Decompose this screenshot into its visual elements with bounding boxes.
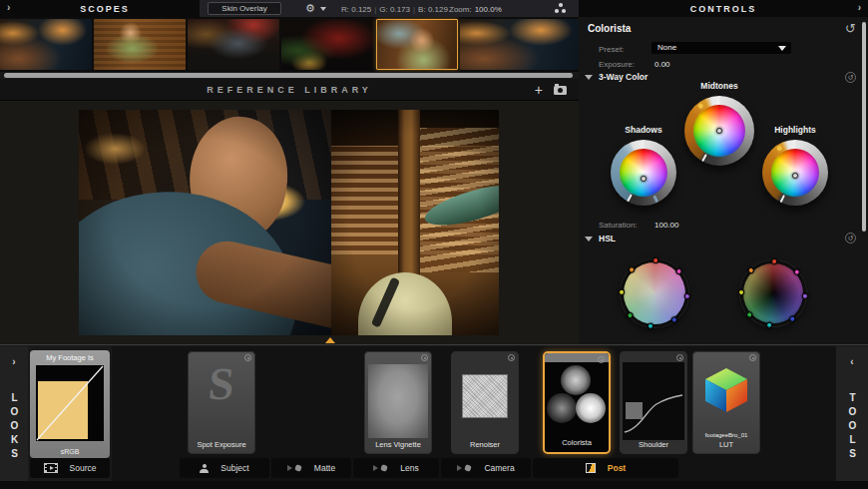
preset-dropdown[interactable]: None [651,42,791,54]
reset-hsl-icon[interactable]: ↺ [845,233,856,244]
saturation-value[interactable]: 100.00 [654,221,678,230]
looks-chevron-icon[interactable]: › [0,356,28,367]
category-post-label: Post [608,463,626,473]
shadows-wheel-label: Shadows [604,125,683,135]
post-split-square-icon [586,463,596,473]
reset-tool-icon[interactable]: ↺ [845,21,856,36]
tool-card-label: Shoulder [620,440,687,449]
scope-nodes-icon[interactable] [555,9,559,13]
shadows-wheel-face[interactable] [620,149,667,197]
source-footage-card[interactable]: My Footage Is sRGB [30,350,110,458]
filmstrip-thumbnail[interactable] [188,19,279,70]
reference-library-header: REFERENCE LIBRARY + [0,79,579,101]
looks-side-label: LOOKS [9,392,20,462]
colorista-sphere [547,393,577,423]
skin-overlay-button[interactable]: Skin Overlay [208,2,281,15]
tool-card-shoulder[interactable]: Shoulder [620,351,687,454]
three-way-collapse-caret-icon[interactable] [585,75,593,80]
hsl-collapse-caret-icon[interactable] [585,237,593,242]
person-icon [200,464,209,473]
zoom-label: Zoom: [449,5,472,14]
camera-snapshot-icon[interactable] [554,86,567,95]
tool-card-label: Renoiser [451,440,519,449]
controls-panel: Colorista ↺ Preset: None Exposure: 0.00 … [579,17,868,344]
category-post[interactable]: Post [533,458,678,478]
scene-vignette [79,110,331,335]
preview-area [0,101,579,344]
hsl-luminance-wheel[interactable] [740,260,806,326]
dropdown-caret-icon [778,46,786,51]
shoulder-curve-thumbnail [623,362,684,440]
film-icon [44,463,58,473]
scene-vignette [331,110,499,335]
hsl-hue-dot[interactable] [766,321,773,328]
tool-enable-icon[interactable] [421,354,428,361]
hsl-hue-dot[interactable] [648,322,654,329]
tool-card-lens-vignette[interactable]: Lens Vignette [364,351,432,454]
category-subject[interactable]: Subject [180,458,269,478]
zoom-value: 100.0% [472,5,502,14]
split-view-handle-icon[interactable] [325,337,335,343]
source-card-title: My Footage Is [30,353,110,362]
controls-collapse-chevron-icon[interactable]: › [858,2,861,13]
three-way-section-title: 3-Way Color [599,72,648,82]
preset-label: Preset: [599,45,624,54]
category-source[interactable]: Source [30,458,110,478]
controls-scrollbar-thumb[interactable] [862,22,866,232]
tool-card-renoiser[interactable]: Renoiser [451,351,519,454]
tool-card-colorista-selected[interactable]: Colorista [543,351,611,454]
preview-image-right-clip [331,110,499,335]
hsl-hue-dot[interactable] [788,314,796,322]
category-camera[interactable]: Camera [441,458,531,478]
rgb-readout: R: 0.125|G: 0.173|B: 0.129 [341,5,448,14]
tool-enable-icon[interactable] [676,354,683,361]
category-matte-label: Matte [314,463,335,473]
category-lens[interactable]: Lens [353,458,439,478]
filmstrip-thumbnail[interactable] [460,19,579,70]
hsl-hue-dot[interactable] [684,293,691,300]
category-matte[interactable]: Matte [271,458,351,478]
camera-category-icon [457,464,472,473]
exposure-value[interactable]: 0.00 [654,60,670,69]
tools-chevron-icon[interactable]: ‹ [836,356,868,367]
reference-library-title: REFERENCE LIBRARY [0,79,579,101]
saturation-label: Saturation: [599,221,638,230]
hsl-hue-dot[interactable] [670,315,678,323]
tool-card-label: LUT [692,440,760,449]
colorista-sphere [561,365,591,395]
tool-enable-icon[interactable] [598,356,605,363]
tool-enable-icon[interactable] [508,354,515,361]
tool-title: Colorista [588,23,631,34]
gear-icon[interactable]: ⚙ [305,1,315,16]
highlights-wheel-cursor[interactable] [792,173,798,179]
filmstrip-thumbnail[interactable] [94,19,186,70]
filmstrip-scrollbar-thumb[interactable] [4,73,573,78]
tool-card-label: Lens Vignette [364,440,432,449]
bottom-edge-strip [0,481,868,489]
rgb-r-value: R: 0.125 [341,5,371,14]
preview-image[interactable] [79,110,499,335]
tool-enable-icon[interactable] [749,354,756,361]
filmstrip-thumbnail[interactable] [281,19,374,70]
preview-image-left-clip [79,110,331,335]
top-bar: › SCOPES Skin Overlay ⚙ R: 0.125|G: 0.17… [0,0,868,17]
source-gamma-curve [36,365,104,441]
gear-dropdown-caret-icon[interactable] [320,7,326,11]
tool-card-lut[interactable]: footageeBro_01 LUT [692,351,760,454]
filmstrip-thumbnail-selected[interactable] [376,19,458,70]
scopes-title: SCOPES [0,4,210,14]
shadows-wheel-cursor[interactable] [641,176,647,182]
tool-card-label: Colorista [545,438,609,447]
lut-name-sublabel: footageeBro_01 [692,432,760,438]
reset-three-way-icon[interactable]: ↺ [845,72,856,83]
tool-card-spot-exposure[interactable]: S Spot Exposure [188,351,255,454]
hsl-hue-dot[interactable] [802,293,809,300]
highlights-color-wheel[interactable] [762,140,828,206]
shadows-color-wheel[interactable] [611,140,676,206]
midtones-wheel-cursor[interactable] [716,128,722,134]
hsl-saturation-wheel[interactable] [621,259,688,327]
filmstrip-thumbnail[interactable] [0,19,92,70]
matte-icon [287,464,302,473]
midtones-color-wheel[interactable] [684,96,754,166]
add-reference-icon[interactable]: + [535,82,543,98]
